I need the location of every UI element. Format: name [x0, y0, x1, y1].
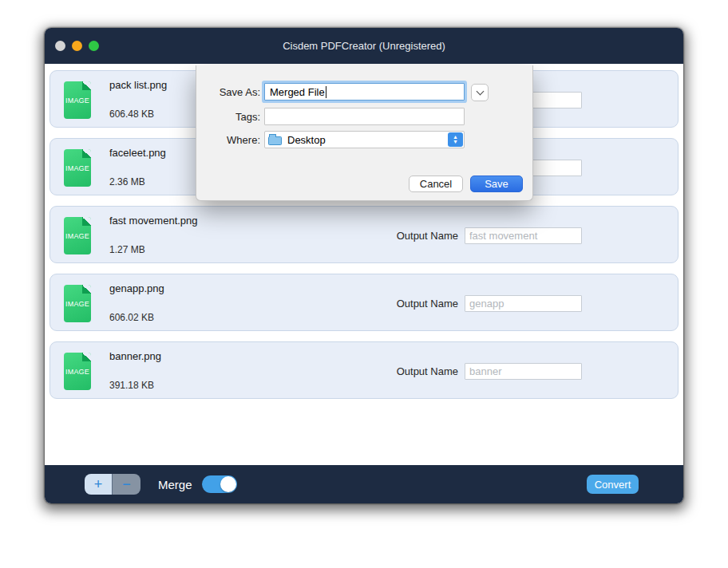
file-name: fast movement.png: [109, 215, 198, 227]
file-size: 606.02 KB: [109, 312, 154, 323]
file-size: 1.27 MB: [109, 244, 145, 255]
image-badge-label: IMAGE: [65, 300, 89, 308]
add-file-button[interactable]: +: [85, 474, 113, 495]
file-name: faceleet.png: [109, 147, 166, 159]
minimize-button[interactable]: [72, 41, 82, 51]
folded-corner-icon: [82, 81, 91, 90]
file-row[interactable]: IMAGE genapp.png 606.02 KB Output Name: [49, 274, 679, 331]
traffic-lights: [55, 28, 99, 64]
text-caret: [326, 86, 326, 98]
image-badge-label: IMAGE: [65, 164, 89, 172]
where-value: Desktop: [287, 134, 326, 146]
image-file-icon: IMAGE: [64, 285, 91, 322]
expand-dialog-button[interactable]: [471, 84, 489, 101]
image-badge-label: IMAGE: [65, 232, 89, 240]
window-title: Cisdem PDFCreator (Unregistered): [283, 40, 445, 52]
image-file-icon: IMAGE: [64, 149, 91, 187]
file-size: 606.48 KB: [109, 108, 154, 120]
file-size: 391.18 KB: [109, 380, 154, 391]
zoom-button[interactable]: [89, 41, 99, 51]
image-file-icon: IMAGE: [64, 81, 91, 119]
tags-label: Tags:: [196, 111, 260, 123]
tags-input[interactable]: [264, 108, 465, 125]
output-name-label: Output Name: [397, 365, 458, 377]
file-row[interactable]: IMAGE banner.png 391.18 KB Output Name: [49, 341, 679, 399]
image-badge-label: IMAGE: [65, 97, 89, 105]
dropdown-stepper-icon: ▲▼: [448, 132, 463, 147]
chevron-down-icon: [476, 87, 484, 95]
image-file-icon: IMAGE: [64, 353, 91, 390]
output-name-input[interactable]: [465, 227, 582, 244]
output-name-label: Output Name: [397, 230, 458, 242]
toggle-knob: [220, 476, 236, 492]
file-row[interactable]: IMAGE fast movement.png 1.27 MB Output N…: [49, 206, 679, 263]
folded-corner-icon: [82, 149, 91, 158]
convert-button[interactable]: Convert: [587, 475, 639, 494]
footer-toolbar: + − Merge Convert: [45, 465, 683, 503]
file-size: 2.36 MB: [109, 176, 145, 187]
image-file-icon: IMAGE: [64, 217, 91, 254]
output-name-input[interactable]: [465, 363, 582, 380]
file-name: genapp.png: [109, 282, 164, 294]
folded-corner-icon: [82, 353, 91, 361]
where-dropdown[interactable]: Desktop ▲▼: [264, 131, 465, 148]
output-name-label: Output Name: [397, 298, 458, 310]
merge-toggle[interactable]: [202, 475, 237, 493]
save-as-input[interactable]: [264, 83, 465, 101]
image-badge-label: IMAGE: [65, 368, 89, 376]
save-dialog: Save As: Tags: Where: Desktop ▲: [196, 65, 533, 201]
cancel-button[interactable]: Cancel: [409, 176, 463, 192]
minus-icon: −: [122, 476, 131, 493]
remove-file-button[interactable]: −: [113, 474, 140, 495]
folded-corner-icon: [82, 217, 91, 226]
merge-label: Merge: [158, 465, 192, 503]
file-name: banner.png: [109, 350, 161, 362]
file-name: pack list.png: [109, 79, 167, 91]
close-button[interactable]: [55, 41, 65, 51]
plus-icon: +: [94, 476, 103, 493]
folder-icon: [268, 136, 282, 145]
titlebar: Cisdem PDFCreator (Unregistered): [45, 28, 683, 64]
app-window: Cisdem PDFCreator (Unregistered) IMAGE p…: [45, 28, 683, 503]
folded-corner-icon: [82, 285, 91, 294]
add-remove-segmented-control: + −: [85, 474, 140, 495]
save-as-label: Save As:: [196, 86, 260, 98]
save-button[interactable]: Save: [470, 176, 523, 192]
output-name-input[interactable]: [465, 295, 582, 312]
where-label: Where:: [196, 134, 260, 146]
file-list: IMAGE pack list.png 606.48 KB Output Nam…: [45, 64, 683, 465]
